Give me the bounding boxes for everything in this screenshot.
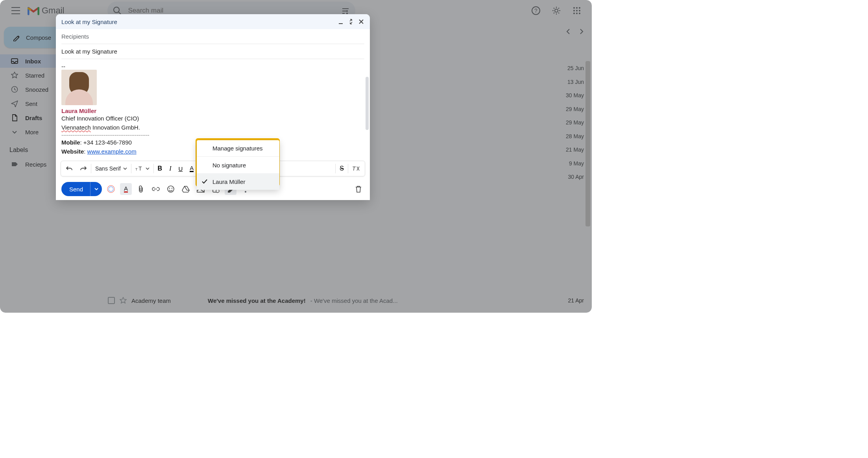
menu-label: Manage signatures xyxy=(212,145,263,152)
menu-label: Laura Müller xyxy=(212,178,245,185)
signature-website-sep: : xyxy=(84,148,87,155)
signature-mobile-value: : +34 123-456-7890 xyxy=(80,139,132,146)
undo-icon xyxy=(66,165,73,172)
italic-button[interactable]: I xyxy=(168,163,173,174)
signature-menu-none[interactable]: No signature xyxy=(197,157,279,173)
svg-point-30 xyxy=(245,191,246,193)
caret-down-icon xyxy=(123,167,127,171)
paperclip-icon xyxy=(137,185,144,193)
recipients-placeholder: Recipients xyxy=(61,33,89,40)
clear-formatting-button[interactable]: T xyxy=(351,164,362,173)
subject-field[interactable]: Look at my Signature xyxy=(61,44,364,59)
font-family-value: Sans Serif xyxy=(95,165,121,172)
redo-icon xyxy=(80,165,87,172)
font-size-select[interactable]: TT xyxy=(134,165,151,172)
svg-text:T: T xyxy=(135,167,138,171)
send-options-button[interactable] xyxy=(90,182,102,196)
ai-compose-button[interactable] xyxy=(105,183,117,195)
signature-company: Viennatech Innovation GmbH. xyxy=(61,123,364,132)
trash-icon xyxy=(355,185,362,193)
caret-down-icon xyxy=(94,187,98,191)
signature-website-link[interactable]: www.example.com xyxy=(87,148,137,155)
signature-company-name: Viennatech xyxy=(61,124,91,131)
text-formatting-toggle[interactable]: A xyxy=(120,183,132,195)
menu-label: No signature xyxy=(212,162,246,169)
discard-draft-button[interactable] xyxy=(353,183,364,195)
insert-drive-button[interactable] xyxy=(180,183,192,195)
signature-company-suffix: Innovation GmbH. xyxy=(91,124,140,131)
exit-fullscreen-icon[interactable] xyxy=(348,19,354,25)
subject-value: Look at my Signature xyxy=(61,48,117,55)
svg-point-23 xyxy=(172,188,172,189)
signature-website-label: Website xyxy=(61,148,84,155)
signature-role: Chief Innovation Officer (CIO) xyxy=(61,114,364,123)
drive-icon xyxy=(182,185,190,193)
clear-format-icon: T xyxy=(352,165,360,172)
compose-body-scrollbar[interactable] xyxy=(366,77,369,130)
font-family-select[interactable]: Sans Serif xyxy=(94,165,129,172)
compose-header[interactable]: Look at my Signature xyxy=(56,14,370,29)
insert-link-button[interactable] xyxy=(150,183,162,195)
svg-point-27 xyxy=(216,189,219,193)
svg-text:T: T xyxy=(139,165,142,172)
sparkle-pen-icon xyxy=(107,185,115,193)
signature-menu: Manage signatures No signature Laura Mül… xyxy=(197,140,279,190)
check-icon xyxy=(201,178,208,185)
send-button[interactable]: Send xyxy=(61,182,102,196)
bold-button[interactable]: B xyxy=(156,163,164,174)
font-size-icon: TT xyxy=(135,165,143,172)
signature-photo xyxy=(61,70,97,105)
svg-text:T: T xyxy=(352,165,356,172)
strikethrough-button[interactable]: S xyxy=(338,163,345,174)
signature-menu-manage[interactable]: Manage signatures xyxy=(197,140,279,157)
signature-rule: ----------------------------------------… xyxy=(61,132,364,138)
attach-file-button[interactable] xyxy=(135,183,147,195)
svg-point-20 xyxy=(109,187,113,191)
underline-button[interactable]: U xyxy=(177,164,184,174)
recipients-field[interactable]: Recipients xyxy=(61,29,364,44)
signature-name: Laura Müller xyxy=(61,108,364,114)
caret-down-icon xyxy=(146,167,150,171)
svg-point-22 xyxy=(169,188,170,189)
emoji-icon xyxy=(167,185,175,193)
insert-emoji-button[interactable] xyxy=(165,183,177,195)
signature-mobile-label: Mobile xyxy=(61,139,80,146)
undo-button[interactable] xyxy=(64,164,74,173)
close-icon[interactable] xyxy=(358,19,364,25)
minimize-icon[interactable] xyxy=(338,19,344,25)
signature-menu-selected[interactable]: Laura Müller xyxy=(197,173,279,190)
signature-separator: -- xyxy=(61,63,364,70)
send-label: Send xyxy=(61,186,90,193)
compose-title: Look at my Signature xyxy=(61,19,117,25)
link-icon xyxy=(152,186,160,192)
redo-button[interactable] xyxy=(78,164,89,173)
